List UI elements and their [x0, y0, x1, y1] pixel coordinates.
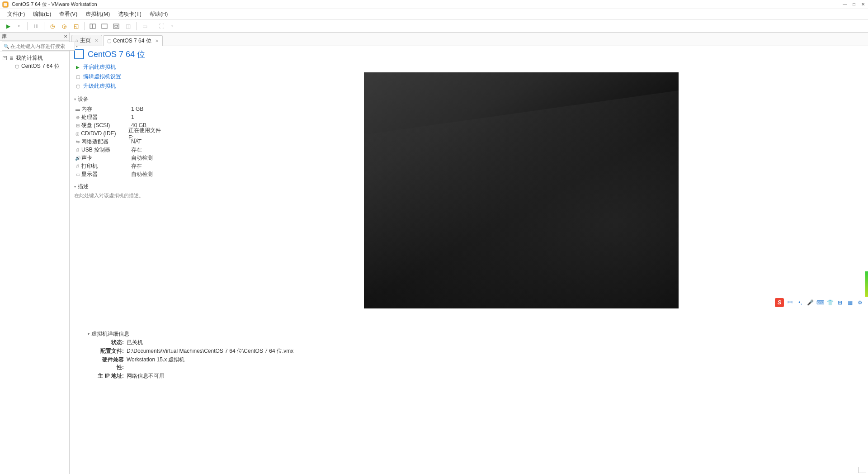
toolbar: ▶ ▾ ◷ ◶ ◱ ◫ ▭ ⛶ ▾ [0, 20, 868, 33]
menu-file[interactable]: 文件(F) [4, 9, 28, 19]
power-dropdown[interactable]: ▾ [14, 21, 24, 31]
device-value: 1 GB [131, 106, 143, 112]
detail-ip-label: 主 IP 地址: [97, 372, 124, 380]
desc-placeholder[interactable]: 在此处键入对该虚拟机的描述。 [74, 192, 170, 199]
search-icon: 🔍 [4, 44, 9, 49]
ime-tool-button[interactable]: ⊞ [836, 299, 844, 306]
detail-state-label: 状态: [97, 339, 124, 346]
unity-button[interactable]: ◫ [123, 21, 133, 31]
printer-icon: ⎙ [74, 164, 81, 169]
device-value: 存在 [131, 162, 142, 170]
device-name: 打印机 [81, 162, 131, 170]
status-corner-icon [858, 467, 866, 473]
svg-rect-4 [90, 24, 92, 28]
ime-keyboard-button[interactable]: ⌨ [816, 299, 824, 306]
detail-state-value: 已关机 [127, 339, 143, 346]
snapshot-manager-button[interactable]: ◱ [71, 21, 81, 31]
play-icon: ▶ [75, 65, 80, 70]
vm-title-icon [74, 49, 84, 59]
ime-logo-icon[interactable]: S [775, 298, 784, 307]
collapse-arrow-icon[interactable]: ▾ [88, 332, 90, 336]
tab-home[interactable]: ⌂ 主页 ✕ [71, 35, 102, 46]
device-table: ▬内存1 GB⊚处理器1⊟硬盘 (SCSI)40 GB◎CD/DVD (IDE)… [74, 105, 170, 178]
device-row[interactable]: ◎CD/DVD (IDE)正在使用文件 E:... [74, 129, 170, 137]
vm-screen-preview[interactable] [364, 72, 679, 308]
tab-vm-label: CentOS 7 64 位 [113, 37, 151, 45]
library-search-input[interactable] [2, 42, 75, 51]
tree-vm-row[interactable]: ▢ CentOS 7 64 位 [1, 62, 68, 70]
action-upgrade[interactable]: ▢ 升级此虚拟机 [75, 81, 170, 91]
devices-section-head[interactable]: ▾ 设备 [74, 95, 170, 103]
action-edit-settings-label: 编辑虚拟机设置 [83, 73, 121, 81]
stretch-button[interactable]: ⛶ [156, 21, 167, 31]
device-name: 硬盘 (SCSI) [81, 122, 131, 129]
desc-section-head[interactable]: ▾ 描述 [74, 183, 170, 190]
device-name: CD/DVD (IDE) [81, 130, 128, 137]
device-value: 1 [131, 114, 134, 120]
library-panel: 库 ✕ 🔍 ▾ − 🖥 我的计算机 ▢ CentOS 7 64 位 [0, 33, 70, 474]
library-tree: − 🖥 我的计算机 ▢ CentOS 7 64 位 [0, 52, 69, 72]
menu-vm[interactable]: 虚拟机(M) [82, 9, 113, 19]
app-icon [2, 1, 9, 8]
ime-toolbar[interactable]: S 中 •, 🎤 ⌨ 👕 ⊞ ▦ ⚙ [773, 213, 865, 393]
ime-punct-button[interactable]: •, [797, 299, 804, 306]
library-close-button[interactable]: ✕ [64, 34, 67, 39]
ime-settings-button[interactable]: ⚙ [856, 299, 863, 306]
device-row[interactable]: ⊚处理器1 [74, 113, 170, 121]
device-row[interactable]: ▬内存1 GB [74, 105, 170, 113]
tree-root-row[interactable]: − 🖥 我的计算机 [1, 54, 68, 62]
view-console-button[interactable] [99, 21, 110, 31]
svg-rect-2 [34, 24, 35, 28]
detail-compat-value: Workstation 15.x 虚拟机 [127, 356, 184, 371]
menu-tabs[interactable]: 选项卡(T) [114, 9, 145, 19]
detail-compat: 硬件兼容性: Workstation 15.x 虚拟机 [88, 356, 850, 371]
tab-vm-close[interactable]: ✕ [155, 38, 159, 43]
tree-collapse-icon[interactable]: − [3, 56, 7, 60]
vm-title: CentOS 7 64 位 [88, 49, 145, 60]
action-power-on[interactable]: ▶ 开启此虚拟机 [75, 62, 170, 72]
disk-icon: ⊟ [74, 123, 81, 128]
cpu-icon: ⊚ [74, 115, 81, 120]
close-button[interactable]: ✕ [860, 1, 866, 8]
desc-head-label: 描述 [78, 183, 89, 190]
device-row[interactable]: ▭显示器自动检测 [74, 170, 170, 178]
detail-config-label: 配置文件: [97, 347, 124, 355]
collapse-arrow-icon[interactable]: ▾ [74, 97, 76, 101]
device-row[interactable]: ⎙打印机存在 [74, 162, 170, 170]
power-on-button[interactable]: ▶ [3, 21, 14, 31]
tab-strip: ⌂ 主页 ✕ ▢ CentOS 7 64 位 ✕ [70, 33, 868, 46]
action-edit-settings[interactable]: ▢ 编辑虚拟机设置 [75, 72, 170, 81]
vm-page: CentOS 7 64 位 ▶ 开启此虚拟机 ▢ 编辑虚拟机设置 [70, 46, 868, 474]
side-indicator [865, 271, 868, 297]
ime-skin-button[interactable]: 👕 [826, 299, 834, 306]
ime-menu-button[interactable]: ▦ [846, 299, 854, 306]
tab-home-close[interactable]: ✕ [94, 38, 98, 43]
thumbnail-button[interactable]: ▭ [139, 21, 150, 31]
disc-icon: ◎ [74, 131, 81, 136]
computer-icon: 🖥 [8, 56, 14, 61]
ime-lang-button[interactable]: 中 [787, 299, 794, 306]
maximize-button[interactable]: □ [851, 1, 857, 8]
device-row[interactable]: ⎙USB 控制器存在 [74, 146, 170, 154]
suspend-button[interactable] [30, 21, 41, 31]
device-row[interactable]: 🔊声卡自动检测 [74, 154, 170, 162]
tab-vm[interactable]: ▢ CentOS 7 64 位 ✕ [103, 35, 163, 46]
collapse-arrow-icon[interactable]: ▾ [74, 185, 76, 189]
stretch-dropdown[interactable]: ▾ [167, 21, 178, 31]
menu-view[interactable]: 查看(V) [56, 9, 81, 19]
vm-details-head[interactable]: ▾ 虚拟机详细信息 [88, 330, 850, 338]
ime-voice-button[interactable]: 🎤 [807, 299, 814, 306]
device-value: 自动检测 [131, 171, 153, 178]
view-single-button[interactable] [87, 21, 98, 31]
menu-help[interactable]: 帮助(H) [146, 9, 172, 19]
sound-icon: 🔊 [74, 156, 81, 161]
snapshot-button[interactable]: ◷ [47, 21, 58, 31]
vm-details-head-label: 虚拟机详细信息 [91, 330, 129, 338]
minimize-button[interactable]: — [842, 1, 848, 8]
action-upgrade-label: 升级此虚拟机 [83, 82, 116, 90]
menu-edit[interactable]: 编辑(E) [29, 9, 55, 19]
view-fullscreen-button[interactable] [111, 21, 122, 31]
snapshot-revert-button[interactable]: ◶ [59, 21, 70, 31]
window-title: CentOS 7 64 位 - VMware Workstation [12, 1, 842, 8]
display-icon: ▭ [74, 172, 81, 177]
